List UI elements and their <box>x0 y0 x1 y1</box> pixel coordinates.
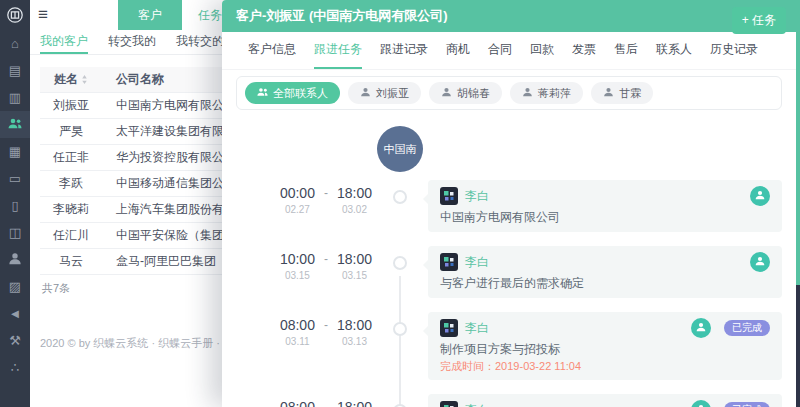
cell-name: 李跃 <box>40 175 102 192</box>
sidebar-item-kanban[interactable]: ◫ <box>0 219 30 246</box>
cell-company: 盒马-阿里巴巴集团 <box>102 253 216 270</box>
timeline-axis <box>399 276 401 407</box>
modal-tab-0[interactable]: 客户信息 <box>248 32 296 69</box>
modal-tab-1[interactable]: 跟进任务 <box>314 32 362 69</box>
contact-chip-4[interactable]: 甘霖 <box>591 82 653 104</box>
modal-tab-9[interactable]: 历史记录 <box>710 32 758 69</box>
end-date: 03.13 <box>337 336 372 347</box>
time-dash: - <box>324 251 328 298</box>
subtab-0[interactable]: 我的客户 <box>40 30 88 54</box>
start-time: 08:00 <box>280 399 315 407</box>
subtab-2[interactable]: 我转交的 <box>176 30 224 54</box>
gavel-icon: ⚒ <box>9 333 21 348</box>
menu-icon[interactable]: ≡ <box>30 5 56 25</box>
sidebar-item-briefcase[interactable]: ▥ <box>0 84 30 111</box>
modal-tab-2[interactable]: 跟进记录 <box>380 32 428 69</box>
nav-tab-tasks[interactable]: 任务 <box>198 7 222 24</box>
sidebar-item-user[interactable] <box>0 246 30 273</box>
modal-tab-8[interactable]: 联系人 <box>656 32 692 69</box>
task-description: 与客户进行最后的需求确定 <box>440 276 770 291</box>
sidebar: ⌂▤▥▦▭▯◫▨◄⚒∴ <box>0 0 30 407</box>
cell-name: 马云 <box>40 253 102 270</box>
timeline-node <box>393 322 407 336</box>
sidebar-item-calendar[interactable]: ▦ <box>0 138 30 165</box>
start-date: 02.27 <box>280 204 315 215</box>
task-card[interactable]: 李白与客户进行最后的需求确定 <box>428 246 782 298</box>
contact-chip-3[interactable]: 蒋莉萍 <box>510 82 583 104</box>
assignee-button[interactable] <box>691 400 711 407</box>
cell-name: 任正非 <box>40 149 102 166</box>
task-entry: 00:0002.27-18:0003.02李白中国南方电网有限公司 <box>222 180 782 232</box>
contact-chip-label: 全部联系人 <box>273 86 328 101</box>
sidebar-item-gallery[interactable]: ▨ <box>0 273 30 300</box>
column-header-name[interactable]: 姓名 <box>40 71 102 88</box>
sidebar-item-list[interactable]: ▤ <box>0 57 30 84</box>
cell-company: 华为投资控股有限公司 <box>102 149 236 166</box>
task-end: 18:00 <box>337 399 372 407</box>
sidebar-item-notebook[interactable]: ▯ <box>0 192 30 219</box>
assignee-button[interactable] <box>750 252 770 272</box>
notebook-icon: ▯ <box>11 198 18 213</box>
scrollbar-thumb[interactable] <box>796 32 800 285</box>
sidebar-item-share[interactable]: ∴ <box>0 354 30 381</box>
company-node: 中国南 <box>377 126 423 172</box>
briefcase-icon: ▥ <box>9 90 21 105</box>
cell-name: 李晓莉 <box>40 201 102 218</box>
id-card-icon: ▭ <box>9 171 21 186</box>
start-date: 03.15 <box>280 270 315 281</box>
timeline-node <box>393 190 407 204</box>
customer-detail-modal: 客户-刘振亚 (中国南方电网有限公司) × 客户信息跟进任务跟进记录商机合同回款… <box>222 0 800 407</box>
task-description: 中国南方电网有限公司 <box>440 210 770 225</box>
time-dash: - <box>324 399 328 407</box>
app-window: ⌂▤▥▦▭▯◫▨◄⚒∴ ≡ 客户 任务 我的客户转交我的我转交的分享我的 姓名 … <box>0 0 800 407</box>
task-card[interactable]: 李白中国南方电网有限公司 <box>428 180 782 232</box>
person-icon <box>755 189 765 203</box>
modal-tab-5[interactable]: 回款 <box>530 32 554 69</box>
end-date: 03.02 <box>337 204 372 215</box>
sidebar-item-home[interactable]: ⌂ <box>0 30 30 57</box>
task-entry: 08:00-18:00李白已完成 <box>222 394 782 407</box>
owner-avatar <box>440 253 458 271</box>
task-start: 08:0003.11 <box>280 317 315 380</box>
list-icon: ▤ <box>9 63 21 78</box>
users-icon <box>8 117 22 133</box>
person-icon <box>8 252 22 268</box>
task-card[interactable]: 李白已完成 <box>428 394 782 407</box>
column-header-company[interactable]: 公司名称 <box>102 71 164 88</box>
owner-avatar <box>440 319 458 337</box>
end-time: 18:00 <box>337 317 372 333</box>
modal-header: 客户-刘振亚 (中国南方电网有限公司) × <box>222 0 800 32</box>
sort-icon[interactable] <box>81 75 88 84</box>
modal-tab-7[interactable]: 售后 <box>614 32 638 69</box>
start-time: 00:00 <box>280 185 315 201</box>
person-small-icon <box>441 87 452 99</box>
add-task-button[interactable]: + 任务 <box>732 7 786 34</box>
modal-tab-3[interactable]: 商机 <box>446 32 470 69</box>
modal-tab-6[interactable]: 发票 <box>572 32 596 69</box>
home-icon: ⌂ <box>11 36 19 51</box>
megaphone-icon: ◄ <box>9 306 22 321</box>
cell-name: 任汇川 <box>40 227 102 244</box>
nav-tab-customers[interactable]: 客户 <box>118 0 182 30</box>
modal-tab-4[interactable]: 合同 <box>488 32 512 69</box>
task-time-range: 00:0002.27-18:0003.02 <box>222 180 372 232</box>
time-dash: - <box>324 317 328 380</box>
contact-chip-1[interactable]: 刘振亚 <box>348 82 421 104</box>
timeline-node <box>393 256 407 270</box>
subtab-1[interactable]: 转交我的 <box>108 30 156 54</box>
task-card[interactable]: 李白已完成制作项目方案与招投标完成时间：2019-03-22 11:04 <box>428 312 782 380</box>
cell-name: 刘振亚 <box>40 97 102 114</box>
sidebar-item-announcement[interactable]: ◄ <box>0 300 30 327</box>
app-logo-icon[interactable] <box>0 0 30 30</box>
assignee-button[interactable] <box>691 318 711 338</box>
sidebar-item-id-card[interactable]: ▭ <box>0 165 30 192</box>
sidebar-item-customers[interactable] <box>0 111 30 138</box>
sidebar-item-auction[interactable]: ⚒ <box>0 327 30 354</box>
task-time-range: 10:0003.15-18:0003.15 <box>222 246 372 298</box>
assignee-button[interactable] <box>750 186 770 206</box>
contact-chip-label: 胡锦春 <box>457 86 490 101</box>
contact-chip-2[interactable]: 胡锦春 <box>429 82 502 104</box>
task-owner-name: 李白 <box>465 188 743 205</box>
contact-chip-0[interactable]: 全部联系人 <box>245 82 340 104</box>
task-card-header: 李白已完成 <box>440 319 770 337</box>
